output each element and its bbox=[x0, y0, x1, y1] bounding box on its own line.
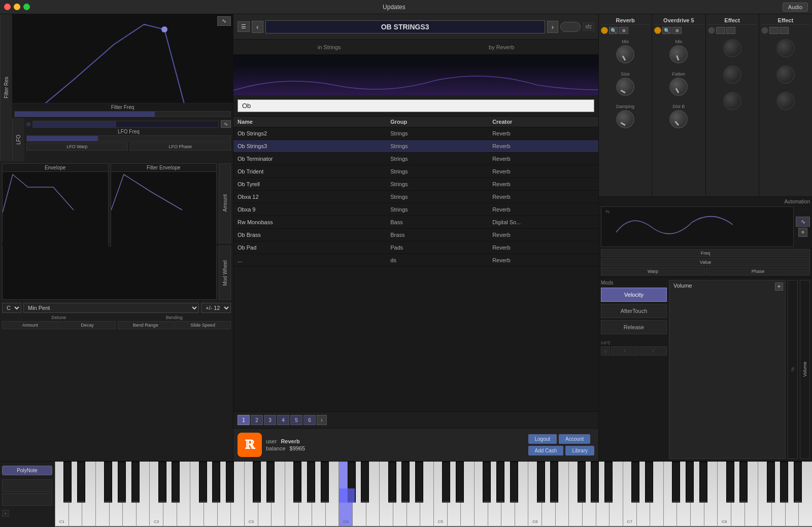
pitch-wheel[interactable] bbox=[2, 479, 52, 492]
amount-label[interactable]: Amount bbox=[219, 163, 231, 243]
list-item[interactable]: Obxa 12 Strings Reverb bbox=[233, 191, 598, 203]
black-key[interactable] bbox=[631, 462, 639, 503]
black-key[interactable] bbox=[483, 462, 491, 503]
account-button[interactable]: Account bbox=[559, 434, 590, 444]
list-item[interactable]: ... ds Reverb bbox=[233, 254, 598, 267]
volume-add-button[interactable]: + bbox=[775, 283, 783, 291]
mpe-y-button[interactable]: Y bbox=[639, 346, 667, 356]
lfo-warp-button[interactable]: LFO Warp bbox=[26, 143, 128, 151]
black-key[interactable] bbox=[510, 462, 518, 503]
page-next-button[interactable]: › bbox=[317, 415, 327, 425]
black-key[interactable] bbox=[699, 462, 707, 503]
preset-toggle[interactable] bbox=[560, 22, 581, 32]
reverb-grid-icon[interactable]: ⊞ bbox=[619, 27, 628, 34]
overdrive-mix-knob[interactable] bbox=[669, 45, 688, 63]
list-item[interactable]: Ob Trident Strings Reverb bbox=[233, 165, 598, 178]
list-item[interactable]: Ob Brass Brass Reverb bbox=[233, 229, 598, 241]
list-item[interactable]: Ob Tyrell Strings Reverb bbox=[233, 178, 598, 191]
volume-slider[interactable]: Volume bbox=[800, 280, 810, 459]
effect3-power[interactable] bbox=[708, 27, 715, 34]
keyboard-scroll-left[interactable]: ‹ bbox=[2, 510, 9, 517]
page-3-button[interactable]: 3 bbox=[264, 415, 276, 425]
audio-button[interactable]: Audio bbox=[783, 3, 808, 12]
black-key[interactable] bbox=[293, 462, 301, 503]
reverb-search-icon[interactable]: 🔍 bbox=[609, 27, 618, 34]
black-key[interactable] bbox=[158, 462, 166, 503]
effect4-knob3[interactable] bbox=[776, 92, 795, 110]
page-1-button[interactable]: 1 bbox=[238, 415, 250, 425]
effect3-knob2[interactable] bbox=[723, 65, 741, 84]
black-key[interactable] bbox=[388, 462, 396, 503]
lfo-slider[interactable] bbox=[32, 121, 219, 128]
auto-phase-button[interactable]: Phase bbox=[706, 267, 810, 275]
lfo-freq-slider[interactable] bbox=[26, 135, 231, 142]
effect4-knob1[interactable] bbox=[776, 39, 795, 57]
reverb-damping-knob[interactable] bbox=[616, 110, 634, 128]
mod-wheel[interactable] bbox=[2, 493, 52, 506]
black-key[interactable] bbox=[591, 462, 599, 503]
effect4-grid-icon[interactable] bbox=[780, 27, 789, 34]
black-key[interactable] bbox=[321, 462, 329, 503]
black-key[interactable] bbox=[578, 462, 586, 503]
overdrive-fatten-knob[interactable] bbox=[669, 78, 688, 96]
black-key[interactable] bbox=[780, 462, 788, 503]
preset-next-button[interactable]: › bbox=[547, 21, 559, 33]
black-key[interactable] bbox=[415, 462, 423, 503]
list-item[interactable]: Obxa 9 Strings Reverb bbox=[233, 203, 598, 216]
reverb-power[interactable] bbox=[601, 27, 608, 34]
page-6-button[interactable]: 6 bbox=[303, 415, 316, 425]
mpe-x-button[interactable]: X bbox=[611, 346, 638, 356]
library-button[interactable]: Library bbox=[565, 446, 594, 455]
overdrive-search-icon[interactable]: 🔍 bbox=[662, 27, 671, 34]
preset-prev-button[interactable]: ‹ bbox=[252, 21, 263, 33]
list-item[interactable]: Ob Strings3 Strings Reverb bbox=[233, 140, 598, 153]
black-key[interactable] bbox=[767, 462, 775, 503]
list-item[interactable]: Ob Pad Pads Reverb bbox=[233, 241, 598, 254]
black-key[interactable] bbox=[253, 462, 261, 503]
add-cash-button[interactable]: Add Cash bbox=[528, 446, 564, 455]
overdrive-power[interactable] bbox=[654, 27, 661, 34]
effect4-power[interactable] bbox=[761, 27, 768, 34]
list-item[interactable]: Rw Monobass Bass Digital So... bbox=[233, 216, 598, 229]
filter-wave-button[interactable]: ∿ bbox=[217, 16, 231, 26]
black-key[interactable] bbox=[77, 462, 85, 503]
black-key[interactable] bbox=[307, 462, 315, 503]
lfo-phase-button[interactable]: LFO Phase bbox=[130, 143, 231, 151]
reverb-size-knob[interactable] bbox=[616, 78, 634, 96]
black-key[interactable] bbox=[199, 462, 207, 503]
page-5-button[interactable]: 5 bbox=[290, 415, 302, 425]
polynote-button[interactable]: PolyNote bbox=[2, 466, 52, 475]
black-key[interactable] bbox=[794, 462, 802, 503]
effect3-grid-icon[interactable] bbox=[726, 27, 735, 34]
overdrive-grid-icon[interactable]: ⊞ bbox=[672, 27, 682, 34]
scale-select[interactable]: Min Pent bbox=[23, 303, 199, 313]
reverb-mix-knob[interactable] bbox=[616, 45, 634, 63]
overdrive-distb-knob[interactable] bbox=[669, 110, 688, 128]
black-key[interactable] bbox=[496, 462, 504, 503]
search-input[interactable] bbox=[238, 99, 594, 112]
list-item[interactable]: Ob Strings2 Strings Reverb bbox=[233, 127, 598, 140]
auto-freq-button[interactable]: Freq bbox=[601, 249, 810, 257]
black-key[interactable] bbox=[226, 462, 234, 503]
velocity-button[interactable]: Velocity bbox=[601, 288, 667, 302]
automation-add-button[interactable]: + bbox=[798, 228, 807, 237]
black-key[interactable] bbox=[131, 462, 140, 503]
black-key[interactable] bbox=[672, 462, 680, 503]
detune-amount-button[interactable]: Amount bbox=[2, 321, 58, 329]
black-key[interactable] bbox=[348, 462, 356, 503]
black-key[interactable] bbox=[645, 462, 653, 503]
filter-freq-slider[interactable] bbox=[14, 111, 231, 117]
page-2-button[interactable]: 2 bbox=[251, 415, 263, 425]
list-item[interactable]: Ob Terminator Strings Reverb bbox=[233, 153, 598, 165]
key-select[interactable]: C bbox=[2, 303, 21, 313]
auto-warp-button[interactable]: Warp bbox=[601, 267, 705, 275]
black-key[interactable] bbox=[118, 462, 126, 503]
effect4-search-icon[interactable] bbox=[769, 27, 779, 34]
black-key[interactable] bbox=[361, 462, 369, 503]
page-4-button[interactable]: 4 bbox=[277, 415, 289, 425]
slide-speed-button[interactable]: Slide Speed bbox=[175, 321, 231, 329]
mpe-power-button[interactable]: ◎ bbox=[601, 346, 610, 356]
percent-slider[interactable]: % bbox=[788, 280, 798, 459]
logout-button[interactable]: Logout bbox=[528, 434, 557, 444]
black-key[interactable] bbox=[266, 462, 275, 503]
